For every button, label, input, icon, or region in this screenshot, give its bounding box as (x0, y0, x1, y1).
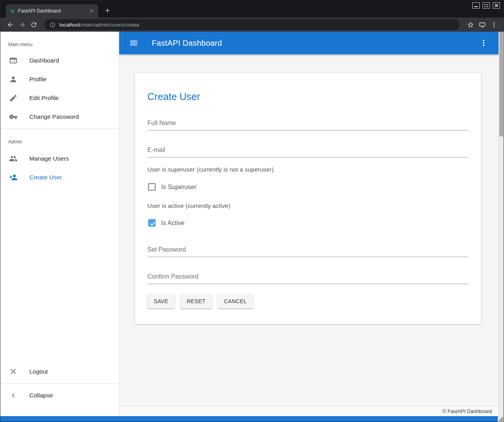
tab-close-icon[interactable] (88, 7, 95, 14)
copyright-text: © FastAPI Dashboard (442, 408, 492, 414)
scrollbar[interactable] (499, 32, 504, 416)
page-title: Create User (147, 91, 468, 102)
sidebar-item-label: Change Password (29, 113, 79, 120)
appbar-title: FastAPI Dashboard (152, 39, 222, 48)
sidebar-spacer (0, 187, 119, 362)
refresh-icon[interactable] (28, 19, 39, 30)
superuser-hint: User is superuser (currently is not a su… (147, 166, 468, 173)
browser-window: V FastAPI Dashboard localhost/main/admi (0, 0, 504, 422)
forward-icon[interactable] (16, 19, 28, 30)
v-logo-icon: V (11, 8, 14, 14)
dashboard-icon (9, 56, 18, 65)
sidebar-item-dashboard[interactable]: Dashboard (0, 51, 119, 70)
sidebar-item-create-user[interactable]: Create User (0, 168, 119, 187)
email-input[interactable] (147, 147, 468, 157)
url-text: localhost/main/admin/users/create (59, 22, 140, 28)
full-name-input[interactable] (147, 120, 468, 131)
sidebar-item-logout[interactable]: Logout (0, 362, 119, 381)
close-icon (9, 367, 18, 376)
save-button[interactable]: SAVE (147, 294, 175, 308)
new-tab-button[interactable] (102, 5, 113, 16)
browser-tab[interactable]: V FastAPI Dashboard (6, 4, 98, 18)
bookmark-star-icon[interactable] (465, 19, 476, 30)
sidebar: Main menu Dashboard Profile Edit Profile… (0, 32, 119, 416)
appbar-menu-icon[interactable] (479, 38, 489, 48)
maximize-button[interactable] (482, 2, 490, 9)
sidebar-section-admin: Admin (0, 131, 119, 149)
active-checkbox-label: Is Active (161, 220, 185, 227)
appbar: FastAPI Dashboard (119, 32, 504, 54)
chevron-left-icon (9, 391, 18, 400)
browser-menu-icon[interactable] (488, 19, 500, 30)
sidebar-divider (0, 383, 119, 384)
resize-grip[interactable] (498, 416, 504, 422)
form-buttons: SAVE RESET CANCEL (147, 294, 468, 308)
sidebar-item-label: Logout (29, 368, 48, 375)
sidebar-item-manage-users[interactable]: Manage Users (0, 149, 119, 168)
minimize-button[interactable] (472, 2, 480, 9)
main-area: FastAPI Dashboard Create User User is su… (119, 32, 504, 416)
site-info-icon[interactable] (50, 22, 56, 28)
sidebar-section-main-menu: Main menu (0, 32, 119, 51)
sidebar-divider (0, 129, 119, 129)
page-content: Create User User is superuser (currently… (119, 54, 504, 406)
close-window-button[interactable] (493, 2, 500, 9)
sidebar-item-label: Profile (29, 76, 47, 83)
sidebar-item-label: Manage Users (29, 155, 69, 162)
plus-icon (104, 7, 111, 14)
superuser-checkbox-row[interactable]: Is Superuser (147, 183, 468, 191)
tab-title: FastAPI Dashboard (18, 8, 88, 14)
browser-navbar: localhost/main/admin/users/create (0, 18, 504, 32)
bottom-accent-bar (0, 416, 504, 422)
browser-titlebar: V FastAPI Dashboard (0, 0, 504, 18)
active-checkbox[interactable] (148, 219, 156, 227)
cancel-button[interactable]: CANCEL (218, 294, 253, 308)
superuser-checkbox-label: Is Superuser (161, 184, 197, 191)
sidebar-item-label: Create User (29, 174, 62, 181)
set-password-input[interactable] (147, 246, 468, 257)
pencil-icon (9, 94, 18, 102)
reset-button[interactable]: RESET (181, 294, 212, 308)
superuser-checkbox[interactable] (148, 183, 156, 191)
url-bar[interactable]: localhost/main/admin/users/create (44, 19, 460, 30)
sidebar-item-label: Edit Profile (29, 95, 59, 102)
sidebar-item-profile[interactable]: Profile (0, 70, 119, 89)
url-host: localhost (59, 22, 80, 28)
back-icon[interactable] (4, 19, 16, 30)
page-footer: © FastAPI Dashboard (119, 406, 504, 416)
sidebar-item-collapse[interactable]: Collapse (0, 386, 119, 405)
sidebar-item-edit-profile[interactable]: Edit Profile (0, 89, 119, 107)
person-icon (9, 75, 18, 84)
key-icon (9, 113, 18, 121)
active-hint: User is active (currently active) (147, 202, 468, 209)
window-controls (472, 2, 500, 9)
monitor-icon[interactable] (476, 19, 488, 30)
hamburger-menu-icon[interactable] (129, 38, 139, 48)
active-checkbox-row[interactable]: Is Active (147, 219, 468, 227)
sidebar-item-label: Dashboard (29, 57, 59, 64)
app-body: Main menu Dashboard Profile Edit Profile… (0, 32, 504, 416)
create-user-card: Create User User is superuser (currently… (135, 73, 481, 324)
url-path: /main/admin/users/create (80, 22, 140, 28)
person-add-icon (9, 173, 18, 182)
sidebar-item-change-password[interactable]: Change Password (0, 107, 119, 126)
scrollbar-thumb[interactable] (499, 32, 503, 136)
people-icon (9, 154, 18, 163)
confirm-password-input[interactable] (147, 273, 468, 284)
sidebar-item-label: Collapse (29, 392, 53, 399)
